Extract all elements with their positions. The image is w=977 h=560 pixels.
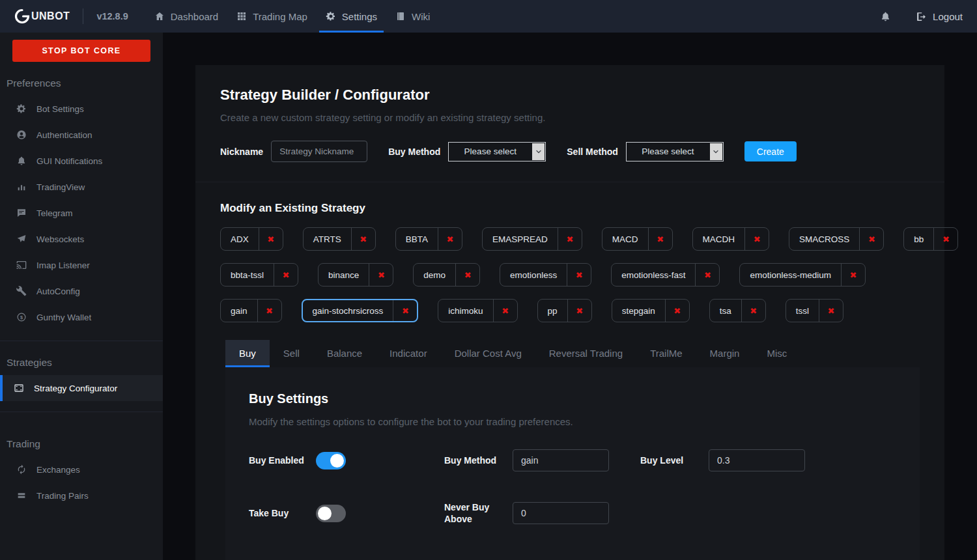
strategy-chip[interactable]: BBTA✖ [395, 227, 462, 251]
buy-settings-row-1: Buy Enabled Buy Method Buy Level [249, 449, 896, 471]
buy-method-input[interactable] [513, 449, 609, 471]
book-icon [395, 11, 406, 21]
version-label: v12.8.9 [96, 11, 128, 21]
remove-strategy-icon[interactable]: ✖ [649, 234, 672, 244]
logout-button[interactable]: Logout [916, 11, 963, 22]
sidebar-item-telegram[interactable]: Telegram [0, 200, 163, 226]
buy-method-select[interactable]: Please select [448, 142, 546, 161]
remove-strategy-icon[interactable]: ✖ [745, 234, 769, 244]
sidebar-item-bot-settings[interactable]: Bot Settings [0, 96, 163, 122]
strategy-chip[interactable]: emotionless-fast✖ [611, 263, 720, 287]
strategy-chip[interactable]: bbta-tssl✖ [220, 263, 298, 287]
sell-method-select[interactable]: Please select [626, 142, 724, 161]
strategy-chip[interactable]: emotionless✖ [500, 263, 591, 287]
cast-icon [16, 260, 27, 270]
strategy-chip[interactable]: emotionless-medium✖ [739, 263, 866, 287]
nickname-input[interactable] [271, 141, 367, 162]
strategy-chip[interactable]: MACD✖ [602, 227, 673, 251]
nav-item-settings[interactable]: Settings [317, 0, 386, 33]
sidebar-item-exchanges[interactable]: Exchanges [0, 456, 163, 483]
buy-level-input[interactable] [709, 449, 805, 471]
strategy-chip[interactable]: SMACROSS✖ [789, 227, 884, 251]
nav-menu: Dashboard Trading Map Settings Wiki [145, 0, 440, 33]
remove-strategy-icon[interactable]: ✖ [438, 234, 462, 244]
sidebar-item-autoconfig[interactable]: AutoConfig [0, 278, 163, 304]
sidebar-item-websockets[interactable]: Websockets [0, 226, 163, 252]
strategy-chip[interactable]: gain✖ [220, 299, 282, 322]
strategy-chip[interactable]: demo✖ [413, 263, 480, 287]
remove-strategy-icon[interactable]: ✖ [258, 306, 281, 316]
nav-item-wiki[interactable]: Wiki [386, 0, 439, 33]
sidebar-item-authentication[interactable]: Authentication [0, 122, 163, 148]
remove-strategy-icon[interactable]: ✖ [352, 234, 375, 244]
strategy-chip[interactable]: tssl✖ [786, 299, 843, 322]
buy-enabled-toggle[interactable] [316, 452, 346, 469]
remove-strategy-icon[interactable]: ✖ [259, 234, 283, 244]
tab-dollar-cost-avg[interactable]: Dollar Cost Avg [441, 340, 535, 367]
strategy-chip[interactable]: binance✖ [318, 263, 393, 287]
gear-icon [326, 11, 336, 21]
strategy-chip[interactable]: ADX✖ [220, 227, 283, 251]
buy-settings-panel: Buy Settings Modify the settings options… [225, 367, 920, 560]
buy-enabled-label: Buy Enabled [249, 455, 316, 466]
sidebar-divider [0, 412, 163, 412]
notifications-bell-icon[interactable] [880, 11, 891, 22]
sidebar-item-gunthy-wallet[interactable]: Gunthy Wallet [0, 304, 163, 330]
remove-strategy-icon[interactable]: ✖ [456, 270, 479, 280]
strategy-chip[interactable]: MACDH✖ [692, 227, 770, 251]
create-button[interactable]: Create [744, 141, 797, 161]
home-icon [154, 11, 165, 21]
remove-strategy-icon[interactable]: ✖ [567, 270, 591, 280]
remove-strategy-icon[interactable]: ✖ [393, 306, 417, 316]
nav-item-trading-map[interactable]: Trading Map [227, 0, 317, 33]
remove-strategy-icon[interactable]: ✖ [742, 306, 765, 316]
strategy-chip-row: bbta-tssl✖ binance✖ demo✖ emotionless✖ e… [220, 263, 920, 287]
brand-text: UNBOT [31, 10, 70, 22]
paper-plane-icon [16, 234, 27, 244]
strategy-chip-row: ADX✖ ATRTS✖ BBTA✖ EMASPREAD✖ MACD✖ MACDH… [220, 227, 920, 251]
remove-strategy-icon[interactable]: ✖ [369, 270, 393, 280]
tab-indicator[interactable]: Indicator [376, 340, 441, 367]
strategy-chip[interactable]: ATRTS✖ [303, 227, 376, 251]
remove-strategy-icon[interactable]: ✖ [842, 270, 865, 280]
sidebar-item-imap-listener[interactable]: Imap Listener [0, 252, 163, 278]
remove-strategy-icon[interactable]: ✖ [819, 306, 843, 316]
strategy-chip[interactable]: ichimoku✖ [438, 299, 517, 322]
tab-margin[interactable]: Margin [696, 340, 754, 367]
buy-method-field-label: Buy Method [444, 455, 513, 466]
sidebar-item-trading-pairs[interactable]: Trading Pairs [0, 483, 163, 509]
tab-sell[interactable]: Sell [270, 340, 313, 367]
stop-bot-core-button[interactable]: STOP BOT CORE [12, 40, 150, 62]
tab-reversal-trading[interactable]: Reversal Trading [535, 340, 636, 367]
pairs-icon [16, 490, 27, 501]
sidebar-item-gui-notifications[interactable]: GUI Notifications [0, 148, 163, 174]
strategy-builder-card: Strategy Builder / Configurator Create a… [195, 65, 944, 560]
remove-strategy-icon[interactable]: ✖ [934, 234, 957, 244]
strategy-chip[interactable]: bb✖ [903, 227, 958, 251]
remove-strategy-icon[interactable]: ✖ [494, 306, 517, 316]
remove-strategy-icon[interactable]: ✖ [568, 306, 591, 316]
tab-buy[interactable]: Buy [225, 340, 270, 367]
logout-icon [916, 11, 927, 22]
sidebar-item-strategy-configurator[interactable]: Strategy Configurator [0, 375, 163, 401]
gunbot-logo[interactable]: UNBOT [14, 8, 70, 24]
remove-strategy-icon[interactable]: ✖ [274, 270, 298, 280]
strategy-chip[interactable]: tsa✖ [709, 299, 766, 322]
sidebar-item-tradingview[interactable]: TradingView [0, 174, 163, 200]
strategy-chip-selected[interactable]: gain-stochrsicross✖ [302, 299, 419, 322]
remove-strategy-icon[interactable]: ✖ [696, 270, 719, 280]
strategy-chip[interactable]: EMASPREAD✖ [482, 227, 582, 251]
nav-item-dashboard[interactable]: Dashboard [145, 0, 227, 33]
tab-trailme[interactable]: TrailMe [636, 340, 696, 367]
take-buy-toggle[interactable] [316, 505, 346, 522]
strategy-chip[interactable]: stepgain✖ [612, 299, 690, 322]
never-buy-above-input[interactable] [513, 502, 609, 524]
tab-misc[interactable]: Misc [753, 340, 800, 367]
tab-balance[interactable]: Balance [313, 340, 376, 367]
remove-strategy-icon[interactable]: ✖ [666, 306, 689, 316]
remove-strategy-icon[interactable]: ✖ [860, 234, 883, 244]
buy-settings-title: Buy Settings [249, 391, 896, 406]
wrench-icon [16, 286, 27, 296]
remove-strategy-icon[interactable]: ✖ [558, 234, 582, 244]
strategy-chip[interactable]: pp✖ [537, 299, 592, 322]
